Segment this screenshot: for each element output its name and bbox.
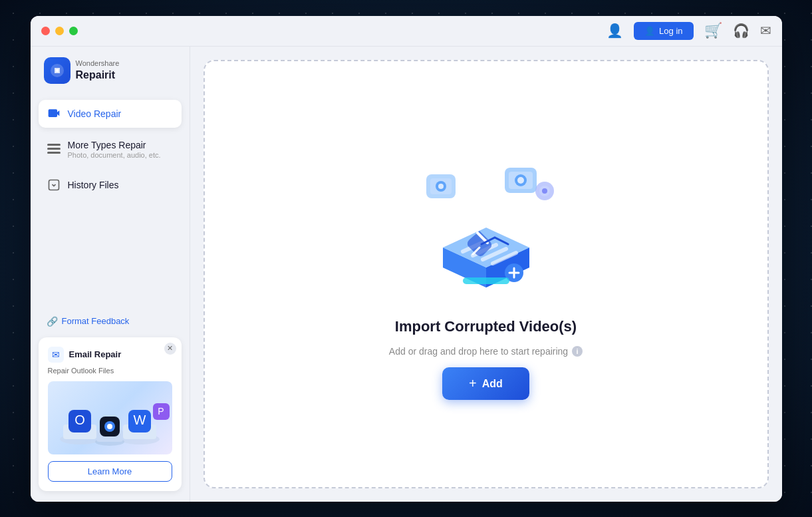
- svg-point-31: [542, 188, 547, 194]
- svg-rect-39: [463, 277, 509, 284]
- promo-title: Email Repair: [69, 349, 122, 359]
- format-feedback-icon: 🔗: [47, 316, 58, 327]
- svg-text:O: O: [74, 413, 85, 427]
- svg-rect-2: [47, 144, 61, 146]
- sidebar-item-more-types[interactable]: More Types Repair Photo, document, audio…: [39, 133, 182, 166]
- drop-subtitle: Add or drag and drop here to start repai…: [389, 346, 583, 357]
- titlebar: 👤 👤 Log in 🛒 🎧 ✉: [31, 16, 782, 47]
- minimize-button[interactable]: [55, 27, 64, 35]
- sidebar-item-history-files[interactable]: History Files: [39, 171, 182, 199]
- sidebar: Wondershare Repairit Video Repair: [31, 47, 190, 502]
- maximize-button[interactable]: [69, 27, 78, 35]
- learn-more-button[interactable]: Learn More: [48, 461, 172, 482]
- svg-point-24: [438, 184, 444, 189]
- app-window: 👤 👤 Log in 🛒 🎧 ✉: [31, 16, 782, 502]
- add-plus-icon: +: [469, 376, 477, 391]
- content-area: Import Corrupted Video(s) Add or drag an…: [190, 47, 782, 502]
- mail-icon[interactable]: ✉: [760, 23, 771, 39]
- svg-text:P: P: [158, 406, 164, 417]
- titlebar-actions: 👤 👤 Log in 🛒 🎧 ✉: [607, 22, 771, 40]
- close-button[interactable]: [41, 27, 50, 35]
- promo-card: ✕ ✉ Email Repair Repair Outlook Files O: [39, 337, 182, 491]
- svg-text:W: W: [134, 413, 146, 427]
- login-button[interactable]: 👤 Log in: [634, 22, 693, 40]
- logo-area: Wondershare Repairit: [39, 57, 182, 94]
- info-icon[interactable]: i: [572, 346, 583, 357]
- promo-close-button[interactable]: ✕: [164, 343, 176, 355]
- video-repair-icon: [47, 106, 61, 121]
- history-files-icon: [47, 178, 61, 192]
- promo-email-icon: ✉: [48, 347, 64, 363]
- drop-title: Import Corrupted Video(s): [395, 318, 577, 335]
- user-icon[interactable]: 👤: [607, 23, 623, 39]
- hero-illustration: [406, 148, 566, 307]
- cart-icon[interactable]: 🛒: [704, 22, 722, 39]
- svg-rect-3: [47, 148, 61, 150]
- sidebar-spacer: [39, 204, 182, 305]
- svg-point-28: [517, 177, 524, 184]
- svg-rect-4: [47, 152, 61, 154]
- svg-rect-5: [49, 180, 59, 190]
- promo-subtitle: Repair Outlook Files: [48, 367, 172, 375]
- svg-point-18: [107, 424, 112, 429]
- main-content: Wondershare Repairit Video Repair: [31, 47, 782, 502]
- login-icon: 👤: [644, 26, 655, 36]
- more-types-icon: [47, 142, 61, 156]
- logo-text: Wondershare Repairit: [76, 59, 120, 81]
- support-icon[interactable]: 🎧: [733, 23, 749, 39]
- format-feedback-link[interactable]: 🔗 Format Feedback: [39, 311, 182, 332]
- add-button[interactable]: + Add: [442, 367, 529, 400]
- svg-rect-1: [48, 109, 57, 117]
- sidebar-item-video-repair[interactable]: Video Repair: [39, 100, 182, 128]
- drop-zone[interactable]: Import Corrupted Video(s) Add or drag an…: [203, 60, 769, 488]
- promo-image: O W: [48, 381, 172, 454]
- app-logo: [44, 57, 70, 84]
